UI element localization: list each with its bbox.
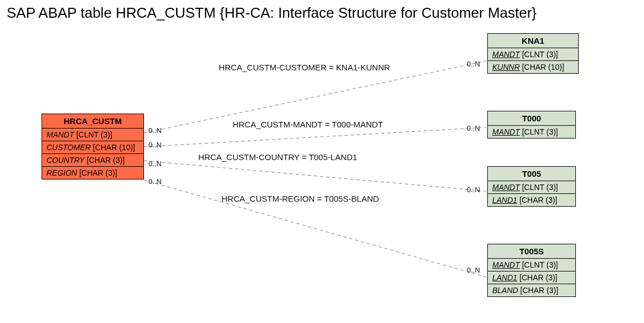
cardinality: 0..N	[467, 124, 480, 132]
field-row: MANDT [CLNT (3)]	[488, 181, 575, 194]
field-row: REGION [CHAR (3)]	[42, 167, 143, 179]
entity-header: HRCA_CUSTM	[42, 114, 143, 129]
field-row: LAND1 [CHAR (3)]	[488, 271, 575, 284]
relation-label: HRCA_CUSTM-MANDT = T000-MANDT	[233, 120, 383, 129]
relation-label: HRCA_CUSTM-CUSTOMER = KNA1-KUNNR	[219, 63, 390, 72]
entity-t005: T005 MANDT [CLNT (3)] LAND1 [CHAR (3)]	[487, 166, 576, 207]
entity-header: T000	[488, 111, 575, 126]
field-row: MANDT [CLNT (3)]	[488, 48, 578, 61]
cardinality: 0..N	[148, 126, 162, 135]
entity-kna1: KNA1 MANDT [CLNT (3)] KUNNR [CHAR (10)]	[487, 33, 579, 74]
field-row: CUSTOMER [CHAR (10)]	[42, 141, 143, 154]
field-row: KUNNR [CHAR (10)]	[488, 61, 578, 73]
field-row: BLAND [CHAR (3)]	[488, 284, 575, 296]
cardinality: 0..N	[467, 60, 480, 68]
field-row: COUNTRY [CHAR (3)]	[42, 154, 143, 167]
entity-header: T005S	[488, 244, 575, 259]
relation-label: HRCA_CUSTM-REGION = T005S-BLAND	[221, 194, 379, 203]
field-row: LAND1 [CHAR (3)]	[488, 194, 575, 206]
relation-label: HRCA_CUSTM-COUNTRY = T005-LAND1	[198, 152, 357, 162]
cardinality: 0..N	[148, 160, 162, 168]
entity-header: KNA1	[488, 34, 578, 48]
entity-t005s: T005S MANDT [CLNT (3)] LAND1 [CHAR (3)] …	[487, 244, 576, 297]
cardinality: 0..N	[148, 177, 162, 186]
entity-t000: T000 MANDT [CLNT (3)]	[487, 111, 576, 139]
svg-line-1	[144, 127, 486, 147]
svg-line-2	[144, 161, 486, 191]
field-row: MANDT [CLNT (3)]	[42, 129, 143, 141]
cardinality: 0..N	[148, 141, 162, 149]
field-row: MANDT [CLNT (3)]	[488, 126, 575, 138]
field-row: MANDT [CLNT (3)]	[488, 259, 575, 271]
page-title: SAP ABAP table HRCA_CUSTM {HR-CA: Interf…	[7, 4, 537, 22]
cardinality: 0..N	[467, 266, 480, 274]
entity-header: T005	[488, 167, 575, 181]
cardinality: 0..N	[467, 186, 480, 194]
entity-hrca-custm: HRCA_CUSTM MANDT [CLNT (3)] CUSTOMER [CH…	[42, 114, 144, 180]
